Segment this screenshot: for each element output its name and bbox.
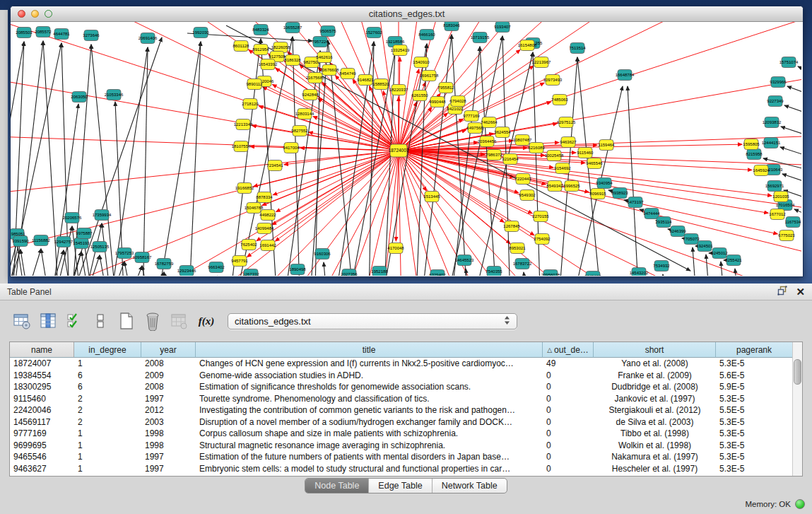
graph-node[interactable]: 2754092 bbox=[534, 234, 551, 245]
graph-node[interactable]: 17359934 bbox=[93, 210, 112, 221]
graph-node[interactable]: 8483324 bbox=[252, 25, 269, 35]
graph-node[interactable]: 7513514 bbox=[569, 43, 586, 54]
graph-node[interactable]: 3273646 bbox=[83, 30, 100, 41]
tab-network-table[interactable]: Network Table bbox=[432, 479, 507, 493]
graph-node[interactable]: 10807487 bbox=[513, 135, 532, 146]
minimize-window-button[interactable] bbox=[31, 10, 39, 18]
graph-node[interactable]: 9391590 bbox=[12, 236, 29, 247]
graph-node[interactable]: 7534932 bbox=[653, 261, 670, 271]
graph-node[interactable]: 7234541 bbox=[266, 160, 283, 171]
graph-node[interactable]: 11156882 bbox=[32, 235, 50, 246]
graph-node[interactable]: 2027356 bbox=[341, 269, 358, 276]
graph-node[interactable]: 1167534 bbox=[785, 217, 801, 228]
graph-node[interactable]: 1540910 bbox=[413, 57, 430, 68]
graph-node[interactable]: 16543392 bbox=[259, 59, 278, 70]
graph-node[interactable]: 7957224 bbox=[312, 37, 329, 47]
graph-node[interactable]: 6261550 bbox=[411, 90, 428, 101]
graph-node[interactable]: 18107554 bbox=[232, 141, 251, 152]
graph-node[interactable]: 2935114 bbox=[656, 217, 673, 228]
graph-node[interactable]: 6996525 bbox=[563, 181, 580, 192]
graph-node[interactable]: 14645523 bbox=[455, 255, 474, 266]
graph-node[interactable]: 9827552 bbox=[291, 126, 308, 136]
graph-node[interactable]: 14543202 bbox=[630, 268, 649, 276]
table-mode-icon[interactable] bbox=[11, 310, 33, 332]
function-builder-icon[interactable]: f(x) bbox=[194, 315, 218, 327]
zoom-window-button[interactable] bbox=[45, 10, 52, 18]
graph-node[interactable]: 12975125 bbox=[557, 117, 576, 128]
graph-node[interactable]: 1924501 bbox=[696, 241, 713, 252]
graph-node[interactable]: 12923446 bbox=[177, 266, 196, 276]
table-source-select[interactable]: citations_edges.txt bbox=[228, 313, 517, 329]
tab-node-table[interactable]: Node Table bbox=[305, 479, 368, 493]
graph-node[interactable]: 12803144 bbox=[295, 109, 314, 119]
graph-node[interactable]: 3216454 bbox=[502, 154, 519, 165]
graph-node[interactable]: 7462664 bbox=[481, 117, 498, 128]
graph-node[interactable]: 9193407 bbox=[494, 22, 511, 33]
graph-node[interactable]: 16961758 bbox=[420, 71, 439, 81]
graph-node[interactable]: 9506575 bbox=[319, 26, 336, 37]
table-row[interactable]: 1872400712008Changes of HCN gene express… bbox=[10, 358, 802, 370]
graph-node[interactable]: 8601128 bbox=[233, 41, 250, 52]
graph-node[interactable]: 1645924 bbox=[753, 165, 770, 176]
graph-node[interactable]: 6497568 bbox=[466, 123, 483, 134]
graph-node[interactable]: 4498222 bbox=[259, 210, 276, 221]
graph-node[interactable]: 7220443 bbox=[514, 174, 531, 185]
graph-node[interactable]: 1588520 bbox=[372, 79, 389, 90]
table-row[interactable]: 946362711997Embryonic stem cells: a mode… bbox=[10, 463, 802, 475]
graph-node[interactable]: 9457791 bbox=[231, 256, 248, 267]
graph-node[interactable]: 12213343 bbox=[234, 119, 253, 130]
column-header-title[interactable]: title bbox=[196, 342, 543, 358]
table-row[interactable]: 969969511998Structural magnetic resonanc… bbox=[10, 440, 802, 452]
column-header-pagerank[interactable]: pagerank bbox=[716, 342, 793, 358]
graph-node[interactable]: 9465546 bbox=[586, 158, 603, 169]
graph-node[interactable]: 9777169 bbox=[463, 111, 480, 122]
graph-node[interactable]: 9975887 bbox=[76, 228, 93, 239]
graph-node[interactable]: 7955812 bbox=[437, 83, 454, 93]
table-row[interactable]: 1456911722003Disruption of a novel membe… bbox=[10, 416, 802, 428]
graph-node[interactable]: 2270155 bbox=[532, 211, 549, 222]
graph-node[interactable]: 4170048 bbox=[387, 243, 404, 254]
graph-node[interactable]: 17957253 bbox=[115, 248, 134, 259]
graph-node[interactable]: 14099484 bbox=[255, 223, 274, 234]
graph-node[interactable]: 8255421 bbox=[725, 255, 742, 266]
graph-node[interactable]: 10973493 bbox=[543, 75, 563, 86]
close-window-button[interactable] bbox=[18, 10, 25, 18]
graph-node[interactable]: 1513445 bbox=[423, 192, 440, 202]
graph-node[interactable]: 2085572 bbox=[35, 27, 52, 37]
graph-node[interactable]: 9227349 bbox=[767, 96, 784, 107]
graph-node[interactable]: 8878334 bbox=[256, 192, 273, 203]
row-height-icon[interactable] bbox=[90, 310, 111, 332]
graph-node[interactable]: 9549302 bbox=[519, 190, 536, 201]
graph-node[interactable]: 1267332 bbox=[242, 269, 259, 276]
graph-node[interactable]: 4990448 bbox=[429, 97, 446, 107]
new-column-icon[interactable] bbox=[116, 310, 137, 332]
graph-node[interactable]: 8096915 bbox=[589, 189, 606, 199]
graph-node[interactable]: 15751074 bbox=[779, 57, 799, 68]
graph-node[interactable]: 6329402 bbox=[429, 270, 446, 276]
table-row[interactable]: 946554611997Estimation of the future num… bbox=[10, 451, 802, 463]
graph-node[interactable]: 12942757 bbox=[54, 237, 73, 247]
graph-node[interactable]: 9329966 bbox=[770, 77, 787, 88]
graph-node[interactable]: 1677012 bbox=[769, 209, 786, 220]
graph-node[interactable]: 9146821 bbox=[357, 75, 374, 86]
graph-node[interactable]: 10958167 bbox=[133, 252, 152, 263]
graph-node[interactable]: 7625402 bbox=[240, 240, 257, 250]
graph-node[interactable]: 10655287 bbox=[283, 23, 302, 33]
graph-node[interactable]: 13325419 bbox=[391, 45, 410, 56]
graph-node[interactable]: 8466160 bbox=[418, 30, 435, 40]
graph-node[interactable]: 3624554 bbox=[494, 127, 511, 138]
graph-node[interactable]: 1159464 bbox=[599, 140, 616, 151]
graph-node[interactable]: 9246399 bbox=[669, 226, 686, 237]
vertical-scrollbar[interactable] bbox=[792, 342, 802, 476]
graph-node[interactable]: 9160306 bbox=[314, 249, 331, 259]
tab-edge-table[interactable]: Edge Table bbox=[368, 479, 431, 493]
citation-network-graph[interactable]: 2085503208557246447813273646206914061992… bbox=[11, 22, 801, 276]
graph-node[interactable]: 20206576 bbox=[63, 213, 82, 223]
scrollbar-thumb[interactable] bbox=[794, 359, 801, 385]
graph-node[interactable]: 8549342 bbox=[546, 181, 563, 192]
graph-node[interactable]: 18724007 bbox=[389, 144, 409, 157]
select-rows-icon[interactable] bbox=[64, 310, 85, 332]
graph-node[interactable]: 12213967 bbox=[532, 57, 551, 68]
delete-column-icon[interactable] bbox=[142, 310, 163, 332]
graph-node[interactable]: 9242848 bbox=[302, 90, 319, 100]
